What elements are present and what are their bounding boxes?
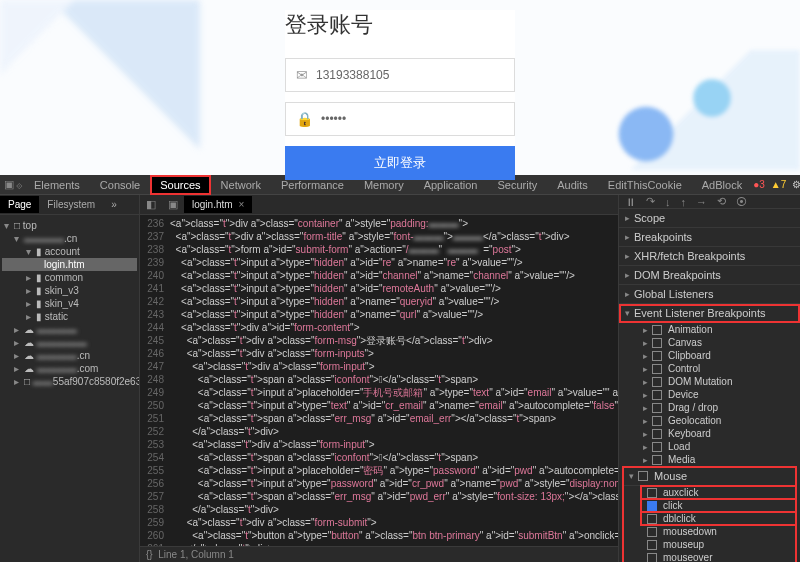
event-mousedown[interactable]: mousedown <box>641 525 796 538</box>
section-event-listener-bp[interactable]: ▾Event Listener Breakpoints <box>619 304 800 323</box>
category-dommutation[interactable]: ▸DOM Mutation <box>637 375 800 388</box>
event-auxclick[interactable]: auxclick <box>641 486 796 499</box>
category-dragdrop[interactable]: ▸Drag / drop <box>637 401 800 414</box>
file-tree[interactable]: ▾□ top ▾▬▬▬▬.cn ▾▮ account login.htm ▸▮ … <box>0 215 139 392</box>
category-keyboard[interactable]: ▸Keyboard <box>637 427 800 440</box>
more-tabs[interactable]: » <box>103 196 125 213</box>
step-icon[interactable]: → <box>696 196 707 208</box>
decoration-left <box>0 0 200 175</box>
lock-icon: 🔒 <box>296 111 313 127</box>
category-control[interactable]: ▸Control <box>637 362 800 375</box>
devtools: ▣ ⟐ Elements Console Sources Network Per… <box>0 175 800 562</box>
decoration-right <box>580 50 800 170</box>
event-mouseover[interactable]: mouseover <box>641 551 796 562</box>
category-geolocation[interactable]: ▸Geolocation <box>637 414 800 427</box>
file-icon[interactable]: ◧ <box>140 198 162 211</box>
section-global[interactable]: ▸Global Listeners <box>619 285 800 304</box>
error-counts[interactable]: ●3 ▲7 ⚙ ✕ <box>753 179 800 190</box>
section-breakpoints[interactable]: ▸Breakpoints <box>619 228 800 247</box>
login-button[interactable]: 立即登录 <box>285 146 515 180</box>
debugger-toolbar: ⏸ ↷ ↓ ↑ → ⟲ ⦿ <box>619 195 800 209</box>
login-page: 登录账号 ✉ 🔒 立即登录 <box>0 0 800 175</box>
filesystem-tab[interactable]: Filesystem <box>39 196 103 213</box>
category-device[interactable]: ▸Device <box>637 388 800 401</box>
category-clipboard[interactable]: ▸Clipboard <box>637 349 800 362</box>
step-over-icon[interactable]: ↷ <box>646 195 655 208</box>
mail-icon: ✉ <box>296 67 308 83</box>
pause-icon[interactable]: ⏸ <box>625 196 636 208</box>
step-into-icon[interactable]: ↓ <box>665 196 671 208</box>
category-media[interactable]: ▸Media <box>637 453 800 466</box>
page-tab[interactable]: Page <box>0 196 39 213</box>
section-dom-bp[interactable]: ▸DOM Breakpoints <box>619 266 800 285</box>
category-load[interactable]: ▸Load <box>637 440 800 453</box>
tab-network[interactable]: Network <box>212 176 270 194</box>
tab-elements[interactable]: Elements <box>25 176 89 194</box>
tab-adblock[interactable]: AdBlock <box>693 176 751 194</box>
debugger-pane: ⏸ ↷ ↓ ↑ → ⟲ ⦿ ▸Scope ▸Breakpoints ▸XHR/f… <box>618 195 800 562</box>
step-out-icon[interactable]: ↑ <box>681 196 687 208</box>
sources-sidebar: Page Filesystem » ▾□ top ▾▬▬▬▬.cn ▾▮ acc… <box>0 195 140 562</box>
tab-audits[interactable]: Audits <box>548 176 597 194</box>
deactivate-icon[interactable]: ⟲ <box>717 195 726 208</box>
password-input[interactable] <box>321 112 504 126</box>
section-xhr[interactable]: ▸XHR/fetch Breakpoints <box>619 247 800 266</box>
login-card: 登录账号 ✉ 🔒 立即登录 <box>285 10 515 180</box>
event-dblclick[interactable]: dblclick <box>641 512 796 525</box>
phone-field[interactable]: ✉ <box>285 58 515 92</box>
open-file-tab[interactable]: login.htm× <box>184 196 252 213</box>
tab-sources[interactable]: Sources <box>151 176 209 194</box>
settings-icon[interactable]: ⚙ <box>792 179 800 190</box>
device-icon[interactable]: ⟐ <box>16 179 23 191</box>
code-editor: ◧ ▣ login.htm× 236<a">class="t">div a">c… <box>140 195 618 562</box>
inspect-icon[interactable]: ▣ <box>4 178 14 191</box>
tab-editthiscookie[interactable]: EditThisCookie <box>599 176 691 194</box>
event-mouseup[interactable]: mouseup <box>641 538 796 551</box>
category-canvas[interactable]: ▸Canvas <box>637 336 800 349</box>
category-mouse[interactable]: ▾Mouse <box>623 467 796 486</box>
category-animation[interactable]: ▸Animation <box>637 323 800 336</box>
pause-exc-icon[interactable]: ⦿ <box>736 196 747 208</box>
phone-input[interactable] <box>316 68 504 82</box>
source-code[interactable]: 236<a">class="t">div a">class="container… <box>140 215 618 546</box>
login-title: 登录账号 <box>285 10 515 40</box>
nav-icon[interactable]: ▣ <box>162 198 184 211</box>
event-click[interactable]: click <box>641 499 796 512</box>
section-scope[interactable]: ▸Scope <box>619 209 800 228</box>
password-field[interactable]: 🔒 <box>285 102 515 136</box>
tab-console[interactable]: Console <box>91 176 149 194</box>
file-login-htm: login.htm <box>2 258 137 271</box>
close-tab-icon: × <box>239 199 245 210</box>
editor-status: {} Line 1, Column 1 <box>140 546 618 562</box>
